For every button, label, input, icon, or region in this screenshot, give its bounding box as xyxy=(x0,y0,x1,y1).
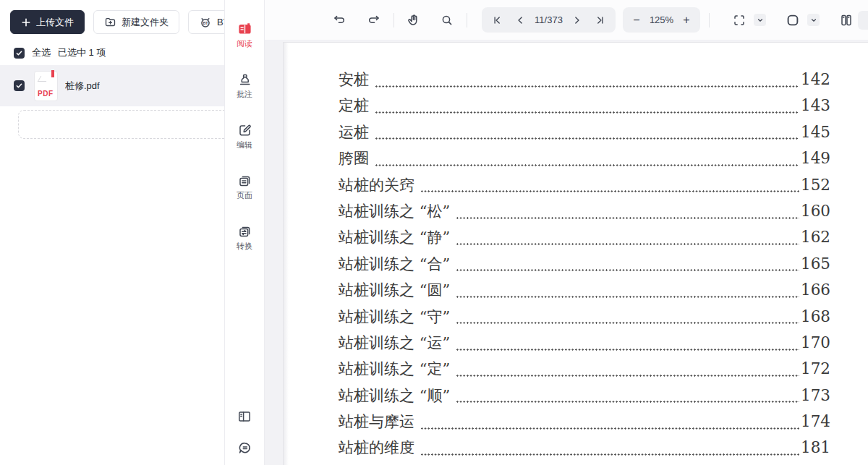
toc-leader-dots xyxy=(420,427,799,430)
pages-icon xyxy=(237,174,252,188)
fullscreen-button[interactable] xyxy=(728,9,750,31)
toc-row: 站桩训练之 “守” 168 xyxy=(339,307,830,333)
panel-toggle-button[interactable] xyxy=(238,411,251,422)
redo-button[interactable] xyxy=(363,9,385,31)
zoom-out-button[interactable]: − xyxy=(629,14,644,27)
toc-row: 站桩训练之 “圆” 166 xyxy=(339,280,830,306)
toc-leader-dots xyxy=(456,348,799,351)
rail-item-read[interactable]: 阅读 xyxy=(237,22,252,49)
next-page-icon xyxy=(571,14,584,27)
highlighter-icon xyxy=(237,72,252,87)
page-crease xyxy=(38,76,50,82)
toolbar-separator xyxy=(467,13,467,27)
undo-button[interactable] xyxy=(328,9,350,31)
file-actions: 上传文件 新建文件夹 BT BT/磁力链下 xyxy=(10,10,224,34)
toc-page-number: 149 xyxy=(801,149,830,167)
undo-icon xyxy=(332,13,346,27)
two-page-view-button[interactable] xyxy=(835,9,857,31)
toc-row: 站桩训练之 “合” 165 xyxy=(339,254,830,280)
rail-item-edit[interactable]: 编辑 xyxy=(237,123,252,150)
rail-item-annotate[interactable]: 批注 xyxy=(237,72,252,100)
toc-title: 站桩的维度 xyxy=(339,438,414,458)
toc-row: 站桩训练之 “运” 170 xyxy=(339,333,830,359)
toolbar-separator xyxy=(393,13,394,27)
fit-page-dropdown[interactable] xyxy=(807,14,820,26)
file-checkbox[interactable] xyxy=(14,80,25,91)
toc-title: 站桩训练之 “守” xyxy=(339,307,450,327)
toc-title: 站桩训练之 “圆” xyxy=(339,280,450,300)
table-of-contents: 安桩 142 定桩 143 运桩 145 胯圈 149 站桩的关窍 152 站桩… xyxy=(339,69,830,464)
viewer-main: 11/373 − 125% + xyxy=(265,0,868,465)
select-all-checkbox[interactable] xyxy=(14,48,25,59)
toc-row: 站桩的关窍 152 xyxy=(339,175,830,201)
toc-leader-dots xyxy=(456,242,799,246)
pdf-toolbar: 11/373 − 125% + xyxy=(265,0,868,40)
toc-leader-dots xyxy=(375,137,799,140)
toc-leader-dots xyxy=(456,216,799,220)
toc-page-number: 168 xyxy=(801,307,830,325)
toc-row: 胯圈 149 xyxy=(339,148,830,174)
last-page-button[interactable] xyxy=(592,12,608,28)
redo-icon xyxy=(367,13,381,27)
toc-page-number: 143 xyxy=(801,96,830,114)
next-page-button[interactable] xyxy=(569,12,585,28)
fullscreen-dropdown[interactable] xyxy=(754,14,766,26)
feedback-button[interactable] xyxy=(238,441,252,455)
first-page-button[interactable] xyxy=(489,12,505,28)
toc-page-number: 173 xyxy=(801,386,830,404)
hand-tool-button[interactable] xyxy=(403,9,425,31)
document-area[interactable]: 安桩 142 定桩 143 运桩 145 胯圈 149 站桩的关窍 152 站桩… xyxy=(265,40,868,465)
toc-page-number: 166 xyxy=(801,281,830,299)
toc-leader-dots xyxy=(420,453,799,456)
rail-label-pages: 页面 xyxy=(237,190,252,201)
toc-row: 站桩的维度 181 xyxy=(339,438,830,464)
toc-title: 站桩训练之 “静” xyxy=(339,227,450,247)
select-all-row: 全选 已选中 1 项 xyxy=(14,46,106,59)
bt-magnet-label: BT/磁力链下 xyxy=(217,16,224,29)
search-button[interactable] xyxy=(436,9,458,31)
screen: 上传文件 新建文件夹 BT BT/磁力链下 全选 已选中 1 项 xyxy=(0,0,868,465)
toc-page-number: 181 xyxy=(801,438,830,456)
empty-drop-area xyxy=(18,110,224,139)
toc-leader-dots xyxy=(375,163,799,167)
file-row[interactable]: PDF 桩修.pdf xyxy=(0,65,224,106)
bookmark-ribbon xyxy=(51,70,54,77)
toc-row: 站桩与摩运 174 xyxy=(339,411,830,438)
two-page-view-icon xyxy=(839,13,854,27)
viewer-tool-rail: 阅读 批注 编辑 xyxy=(225,0,265,465)
rail-label-edit: 编辑 xyxy=(237,140,252,150)
rail-item-convert[interactable]: 转换 xyxy=(237,224,252,252)
rail-item-pages[interactable]: 页面 xyxy=(237,174,252,201)
toc-row: 站桩训练之 “静” 162 xyxy=(339,227,830,253)
hand-icon xyxy=(407,13,421,27)
toc-row: 运桩 145 xyxy=(339,122,830,148)
upload-file-button[interactable]: 上传文件 xyxy=(10,10,85,34)
zoom-control: − 125% + xyxy=(623,7,700,33)
toolbar-more-button[interactable] xyxy=(858,11,868,30)
toc-title: 站桩训练之 “运” xyxy=(339,333,450,353)
toc-title: 运桩 xyxy=(339,122,369,142)
new-folder-label: 新建文件夹 xyxy=(122,16,169,29)
plus-icon xyxy=(21,17,31,27)
new-folder-button[interactable]: 新建文件夹 xyxy=(93,10,179,34)
toc-leader-dots xyxy=(420,189,799,193)
prev-page-button[interactable] xyxy=(512,12,528,28)
zoom-level[interactable]: 125% xyxy=(650,14,673,25)
check-icon xyxy=(15,49,23,57)
rail-bottom xyxy=(225,411,264,455)
zoom-in-button[interactable]: + xyxy=(678,14,694,27)
pdf-page: 安桩 142 定桩 143 运桩 145 胯圈 149 站桩的关窍 152 站桩… xyxy=(283,42,868,465)
toc-page-number: 145 xyxy=(801,123,830,141)
folder-plus-icon xyxy=(104,16,116,28)
rail-label-read: 阅读 xyxy=(237,38,252,49)
toc-leader-dots xyxy=(375,111,799,114)
toc-page-number: 165 xyxy=(801,255,830,273)
page-indicator[interactable]: 11/373 xyxy=(535,14,563,25)
bt-magnet-button[interactable]: BT BT/磁力链下 xyxy=(188,10,224,34)
fit-page-button[interactable] xyxy=(782,9,804,31)
toc-page-number: 162 xyxy=(801,228,830,246)
toc-title: 安桩 xyxy=(339,69,369,90)
check-icon xyxy=(15,82,23,90)
toc-title: 站桩与摩运 xyxy=(339,411,414,432)
fit-page-group xyxy=(782,9,820,31)
